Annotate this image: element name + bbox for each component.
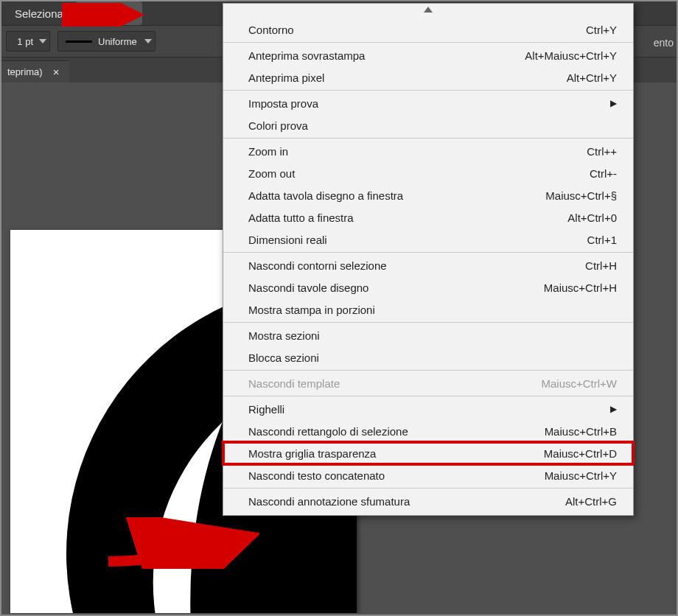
stroke-weight-field[interactable]: 1 pt bbox=[6, 31, 50, 52]
menu-item-shortcut: Maiusc+Ctrl+§ bbox=[545, 189, 617, 202]
menu-item[interactable]: Zoom outCtrl+- bbox=[223, 162, 633, 184]
menu-item[interactable]: Righelli bbox=[223, 398, 633, 420]
menu-item[interactable]: Colori prova bbox=[223, 114, 633, 136]
menu-item-label: Zoom out bbox=[248, 167, 575, 180]
menu-item-shortcut: Ctrl+- bbox=[590, 167, 617, 180]
menu-item[interactable]: Nascondi tavole disegnoMaiusc+Ctrl+H bbox=[223, 276, 633, 298]
menu-item-label: Anteprima pixel bbox=[248, 71, 552, 84]
menu-item-label: Zoom in bbox=[248, 145, 572, 158]
menu-separator bbox=[223, 322, 633, 323]
menu-item[interactable]: Blocca sezioni bbox=[223, 346, 633, 368]
menu-item-shortcut: Alt+Ctrl+Y bbox=[567, 71, 617, 84]
menu-separator bbox=[223, 138, 633, 139]
menu-item[interactable]: Anteprima pixelAlt+Ctrl+Y bbox=[223, 66, 633, 88]
menu-item-label: Colori prova bbox=[248, 119, 617, 132]
menu-item[interactable]: Nascondi contorni selezioneCtrl+H bbox=[223, 254, 633, 276]
menu-item-shortcut: Ctrl+1 bbox=[587, 234, 617, 246]
menu-item[interactable]: Mostra sezioni bbox=[223, 324, 633, 346]
menu-item[interactable]: Imposta prova bbox=[223, 92, 633, 114]
close-icon[interactable]: × bbox=[53, 66, 60, 78]
chevron-down-icon[interactable] bbox=[36, 39, 49, 43]
menu-item[interactable]: Mostra stampa in porzioni bbox=[223, 298, 633, 321]
menu-item-label: Nascondi rettangolo di selezione bbox=[248, 425, 530, 438]
menu-item-shortcut: Maiusc+Ctrl+Y bbox=[545, 469, 617, 482]
stroke-style-label: Uniforme bbox=[95, 36, 141, 47]
stroke-style-field[interactable]: Uniforme bbox=[57, 31, 155, 52]
menu-separator bbox=[223, 252, 633, 253]
menu-item-label: Nascondi contorni selezione bbox=[248, 259, 570, 272]
menu-item-label: Mostra sezioni bbox=[248, 329, 617, 342]
menu-item-label: Nascondi annotazione sfumatura bbox=[248, 495, 551, 508]
menu-item-label: Anteprima sovrastampa bbox=[248, 49, 510, 62]
menu-item-label: Nascondi testo concatenato bbox=[248, 469, 530, 482]
menu-item[interactable]: Nascondi annotazione sfumaturaAlt+Ctrl+G bbox=[223, 490, 633, 512]
menu-item-shortcut: Ctrl+Y bbox=[586, 24, 617, 36]
menu-seleziona[interactable]: Seleziona bbox=[6, 1, 72, 25]
menu-item-label: Adatta tavola disegno a finestra bbox=[248, 189, 531, 202]
menu-item-label: Blocca sezioni bbox=[248, 351, 617, 364]
stroke-preview-icon bbox=[63, 37, 95, 46]
menu-item-label: Nascondi template bbox=[248, 377, 526, 390]
document-tab-label: teprima) bbox=[7, 66, 43, 77]
menu-visualizza[interactable]: Visualizza bbox=[75, 1, 142, 25]
trailing-text: ento bbox=[654, 27, 674, 59]
menu-item[interactable]: Zoom inCtrl++ bbox=[223, 140, 633, 162]
menu-item-label: Contorno bbox=[248, 24, 571, 36]
menu-item[interactable]: Nascondi rettangolo di selezioneMaiusc+C… bbox=[223, 420, 633, 442]
menu-item: Nascondi templateMaiusc+Ctrl+W bbox=[223, 372, 633, 394]
menu-item-shortcut: Alt+Ctrl+G bbox=[565, 495, 617, 508]
menu-item-shortcut: Maiusc+Ctrl+W bbox=[541, 377, 617, 390]
menu-item[interactable]: Adatta tavola disegno a finestraMaiusc+C… bbox=[223, 184, 633, 206]
menu-item[interactable]: Mostra griglia trasparenzaMaiusc+Ctrl+D bbox=[223, 442, 633, 464]
menu-item-shortcut: Maiusc+Ctrl+D bbox=[544, 447, 617, 460]
menu-separator bbox=[223, 370, 633, 371]
menu-item-label: Righelli bbox=[248, 403, 601, 416]
stroke-weight-value: 1 pt bbox=[7, 36, 36, 47]
menu-separator bbox=[223, 42, 633, 43]
menu-item-label: Imposta prova bbox=[248, 97, 601, 110]
menu-item[interactable]: Dimensioni realiCtrl+1 bbox=[223, 228, 633, 251]
chevron-down-icon[interactable] bbox=[141, 39, 155, 43]
menu-separator bbox=[223, 488, 633, 489]
menu-item-label: Mostra griglia trasparenza bbox=[248, 447, 529, 460]
menu-item-label: Adatta tutto a finestra bbox=[248, 211, 553, 224]
menu-separator bbox=[223, 396, 633, 396]
menu-item-shortcut: Ctrl+H bbox=[585, 259, 617, 272]
menu-item-shortcut: Alt+Ctrl+0 bbox=[567, 211, 617, 224]
document-tab[interactable]: teprima) × bbox=[1, 60, 69, 83]
scroll-up-icon[interactable] bbox=[223, 4, 633, 15]
menu-item-label: Dimensioni reali bbox=[248, 234, 573, 246]
menu-item-label: Mostra stampa in porzioni bbox=[248, 304, 617, 316]
visualizza-menu: ContornoCtrl+YAnteprima sovrastampaAlt+M… bbox=[223, 3, 634, 516]
menu-item[interactable]: Adatta tutto a finestraAlt+Ctrl+0 bbox=[223, 206, 633, 228]
menu-item-shortcut: Maiusc+Ctrl+H bbox=[544, 281, 617, 294]
menu-item[interactable]: ContornoCtrl+Y bbox=[223, 18, 633, 41]
menu-separator bbox=[223, 90, 633, 91]
menu-item-shortcut: Maiusc+Ctrl+B bbox=[545, 425, 617, 438]
menu-item-label: Nascondi tavole disegno bbox=[248, 281, 529, 294]
menu-item[interactable]: Anteprima sovrastampaAlt+Maiusc+Ctrl+Y bbox=[223, 44, 633, 66]
menu-item-shortcut: Alt+Maiusc+Ctrl+Y bbox=[525, 49, 617, 62]
menu-item[interactable]: Nascondi testo concatenatoMaiusc+Ctrl+Y bbox=[223, 464, 633, 486]
menu-item-shortcut: Ctrl++ bbox=[587, 145, 617, 158]
